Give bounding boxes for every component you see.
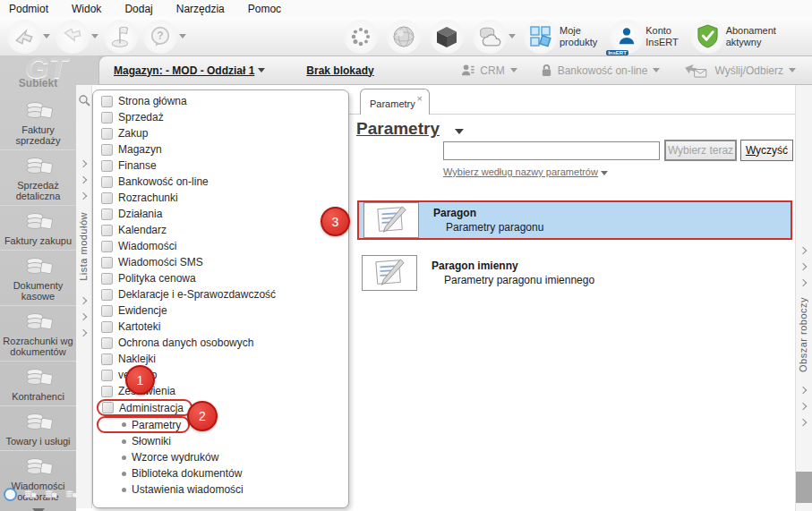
goods-services-icon xyxy=(22,409,55,436)
tree-item[interactable]: Polityka cenowa xyxy=(93,270,196,286)
tree-item-label: Wzorce wydruków xyxy=(132,451,218,464)
tree-item-label: Kartoteki xyxy=(118,320,160,333)
menu-item[interactable]: Podmiot xyxy=(9,3,48,15)
help-balloon-icon xyxy=(143,20,177,54)
caret-down-icon[interactable] xyxy=(91,34,98,38)
chevron-right-icons xyxy=(81,298,86,336)
tree-item-label: Sprzedaż xyxy=(118,111,164,123)
parameter-list-item[interactable]: Paragon imienny Parametry paragonu imien… xyxy=(357,253,792,293)
wyczysc-button[interactable]: Wyczyść xyxy=(740,140,793,161)
dock-module-icon[interactable] xyxy=(22,488,38,501)
magazyn-selector[interactable]: Magazyn: - MOD - Oddział 1 xyxy=(114,64,254,77)
tree-item-label: Wiadomości xyxy=(118,240,176,252)
sidebar-module[interactable]: Dokumenty kasowe xyxy=(0,250,76,305)
parameter-list-item[interactable]: Paragon Parametry paragonu xyxy=(357,200,792,240)
bankowosc-label: Bankowość on-line xyxy=(558,64,648,77)
sidebar-module[interactable]: Faktury zakupu xyxy=(0,205,76,250)
caret-down-icon[interactable] xyxy=(258,68,265,72)
forward-arrow-button[interactable] xyxy=(56,20,98,54)
sidebar-module-label: Dokumenty kasowe xyxy=(0,280,76,302)
tree-item[interactable]: Strona główna xyxy=(93,93,187,109)
redo-arrow-icon xyxy=(7,20,41,54)
tree-item-label: Finanse xyxy=(118,159,157,172)
tree-item[interactable]: Wiadomości SMS xyxy=(93,254,203,270)
caret-down-icon[interactable] xyxy=(455,129,464,134)
tree-item[interactable]: Ewidencje xyxy=(93,302,167,319)
globe-icon[interactable] xyxy=(387,20,421,54)
parameter-icon-box xyxy=(363,202,419,238)
home-icon xyxy=(101,96,113,107)
workspace-strip[interactable]: Obszar roboczy xyxy=(795,85,812,511)
sidebar-module[interactable]: Sprzedaż detaliczna xyxy=(0,149,76,205)
parameter-title: Paragon imienny xyxy=(432,260,594,272)
tree-item[interactable]: Zakup xyxy=(93,125,148,141)
bullet-icon xyxy=(122,456,126,460)
tree-item[interactable]: Bankowość on-line xyxy=(93,174,209,190)
abonament-button[interactable]: Abonament aktywny xyxy=(691,20,812,54)
crm-person-icon xyxy=(461,64,474,77)
tree-item[interactable]: Kartoteki xyxy=(93,319,160,335)
workspace-strip-label[interactable]: Obszar roboczy xyxy=(798,297,808,372)
menu-item[interactable]: Pomoc xyxy=(248,3,281,15)
lock-icon xyxy=(541,64,552,77)
tree-item-label: Ochrona danych osobowych xyxy=(118,336,253,349)
tree-item[interactable]: Rozrachunki xyxy=(93,190,178,206)
back-arrow-button[interactable] xyxy=(7,20,50,54)
dock-module-icon[interactable] xyxy=(43,488,58,501)
wybierz-teraz-button[interactable]: Wybierz teraz xyxy=(664,140,737,161)
tree-item[interactable]: Ochrona danych osobowych xyxy=(93,335,253,351)
sidebar-module[interactable]: Rozrachunki wg dokumentów xyxy=(0,305,76,361)
brak-blokady-link[interactable]: Brak blokady xyxy=(306,64,373,77)
sidebar-module[interactable]: Kontrahenci xyxy=(0,361,76,405)
tree-item[interactable]: Wzorce wydruków xyxy=(93,449,218,465)
tree-item[interactable]: Sprzedaż xyxy=(93,109,164,125)
tree-item[interactable]: Biblioteka dokumentów xyxy=(93,465,242,481)
tab-parametry[interactable]: Parametry × xyxy=(360,89,430,115)
tree-item[interactable]: Naklejki xyxy=(93,351,156,367)
tree-item[interactable]: Kalendarz xyxy=(93,222,167,238)
close-icon[interactable]: × xyxy=(417,93,423,104)
tree-item[interactable]: Działania xyxy=(93,206,162,222)
search-input[interactable] xyxy=(443,141,660,160)
status-bar: Magazyn: - MOD - Oddział 1 Brak blokady … xyxy=(98,55,812,85)
tree-item[interactable]: Deklaracje i e-Sprawozdawczość xyxy=(93,286,276,302)
caret-down-icon xyxy=(601,171,608,175)
caret-down-icon[interactable] xyxy=(179,34,186,38)
search-icon[interactable] xyxy=(78,94,90,106)
menu-item[interactable]: Narzędzia xyxy=(176,3,225,15)
tree-item[interactable]: Finanse xyxy=(93,158,157,174)
actions-icon xyxy=(101,209,113,220)
moje-produkty-button[interactable]: Moje produkty xyxy=(524,20,597,54)
dotted-ring-icon[interactable] xyxy=(344,20,378,54)
tree-item[interactable]: Ustawienia wiadomości xyxy=(93,481,244,498)
cube-icon[interactable] xyxy=(430,20,464,54)
tree-item[interactable]: Magazyn xyxy=(93,141,162,158)
module-list-strip[interactable]: Lista modułów xyxy=(76,85,92,508)
sidebar-module[interactable]: Towary i usługi xyxy=(0,405,76,450)
caret-down-icon[interactable] xyxy=(43,34,50,38)
filter-by-name-link[interactable]: Wybierz według nazwy parametrów xyxy=(443,166,608,177)
bankowosc-dropdown[interactable]: Bankowość on-line xyxy=(541,64,661,77)
dock-selected-icon[interactable] xyxy=(4,488,17,501)
menu-item[interactable]: Widok xyxy=(72,3,101,15)
wyslij-odbierz-dropdown[interactable]: Wyślij/Odbierz xyxy=(683,63,796,78)
tree-item[interactable]: Słowniki xyxy=(93,433,171,449)
database-cloud-button[interactable] xyxy=(473,20,516,54)
help-button[interactable] xyxy=(143,20,186,54)
module-strip-label[interactable]: Lista modułów xyxy=(78,212,89,281)
tree-item[interactable]: Wiadomości xyxy=(93,238,176,254)
tree-item-label: Parametry xyxy=(132,419,181,431)
menu-item[interactable]: Dodaj xyxy=(124,3,152,15)
send-receive-icon xyxy=(683,63,709,78)
flag-button[interactable] xyxy=(104,20,138,54)
tree-item[interactable]: Parametry xyxy=(97,416,190,433)
crm-dropdown[interactable]: CRM xyxy=(461,64,517,77)
sidebar-module-label: Faktury zakupu xyxy=(0,235,76,246)
konto-insert-button[interactable]: InsERT Konto InsERT xyxy=(610,20,678,54)
sidebar-module[interactable]: Faktury sprzedaży xyxy=(0,95,76,149)
caret-down-icon[interactable] xyxy=(509,34,516,38)
annotation-number: 3 xyxy=(332,215,339,229)
tree-item[interactable]: Administracja xyxy=(97,399,192,416)
page-title[interactable]: Parametry xyxy=(356,119,440,139)
sidebar-module-label: Kontrahenci xyxy=(0,391,76,402)
